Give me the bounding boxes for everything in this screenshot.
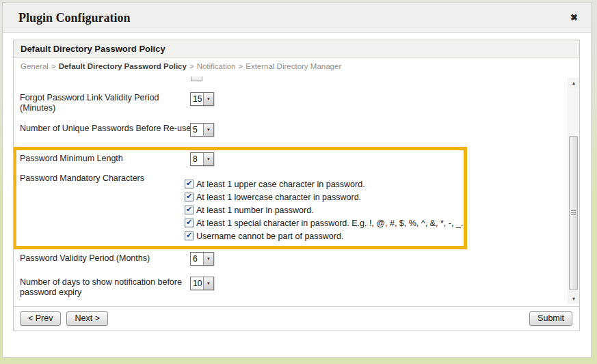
breadcrumb: General>Default Directory Password Polic… <box>14 58 579 76</box>
checkbox-checked[interactable]: ✔ <box>185 180 194 188</box>
field-label-password-mandatory-characters: Password Mandatory Characters <box>20 173 192 184</box>
select-value: 8 <box>191 153 203 165</box>
submit-button[interactable]: Submit <box>529 311 572 326</box>
field-label-password-validity-period: Password Validity Period (Months) <box>20 253 192 264</box>
vertical-scrollbar[interactable]: ▲ ▼ <box>568 78 579 304</box>
close-icon[interactable]: ✖ <box>570 12 578 23</box>
checkbox-option-username: ✔ Username cannot be part of password. <box>185 229 343 242</box>
chevron-down-icon[interactable]: ▼ <box>203 153 213 165</box>
breadcrumb-separator: > <box>51 62 56 70</box>
clipped-select-fragment <box>191 76 202 81</box>
panel-title: Default Directory Password Policy <box>14 40 579 58</box>
breadcrumb-item-general[interactable]: General <box>21 62 49 70</box>
chevron-down-icon[interactable]: ▼ <box>203 277 213 290</box>
checkbox-option-lowercase: ✔ At least 1 lowercase character in pass… <box>185 191 361 204</box>
select-value: 5 <box>191 124 203 136</box>
password-minimum-length-select[interactable]: 8 ▼ <box>190 152 214 166</box>
notification-days-select[interactable]: 10 ▼ <box>190 277 214 290</box>
checkbox-checked[interactable]: ✔ <box>185 219 194 227</box>
select-value: 10 <box>191 277 203 290</box>
chevron-down-icon[interactable]: ▼ <box>203 253 213 265</box>
breadcrumb-separator: > <box>239 62 243 70</box>
checkbox-label: At least 1 special character in password… <box>196 219 463 228</box>
forgot-password-validity-select[interactable]: 15 ▼ <box>190 92 214 106</box>
config-panel: Default Directory Password Policy Genera… <box>13 40 580 331</box>
scroll-down-button[interactable]: ▼ <box>568 294 579 304</box>
field-label-notification-days: Number of days to show notification befo… <box>20 277 192 298</box>
field-label-password-minimum-length: Password Minimum Length <box>20 154 192 164</box>
button-bar: < Prev Next > Submit <box>14 307 579 331</box>
field-label-unique-passwords: Number of Unique Passwords Before Re-use <box>20 124 192 134</box>
chevron-down-icon[interactable]: ▼ <box>203 124 213 136</box>
checkbox-checked[interactable]: ✔ <box>185 193 194 201</box>
unique-passwords-select[interactable]: 5 ▼ <box>190 123 214 137</box>
password-validity-period-select[interactable]: 6 ▼ <box>190 252 214 266</box>
field-label-forgot-password-validity: Forgot Password Link Validity Period (Mi… <box>20 93 192 113</box>
checkbox-label: At least 1 number in password. <box>196 206 314 215</box>
checkbox-checked[interactable]: ✔ <box>185 232 194 240</box>
plugin-configuration-dialog: Plugin Configuration ✖ Default Directory… <box>2 2 592 358</box>
checkbox-label: At least 1 upper case character in passw… <box>196 180 365 189</box>
checkbox-option-special-character: ✔ At least 1 special character in passwo… <box>185 216 463 229</box>
scroll-thumb-grip <box>571 210 576 216</box>
page-title: Plugin Configuration <box>3 3 591 33</box>
breadcrumb-item-external-directory-manager[interactable]: External Directory Manager <box>246 62 341 70</box>
check-icon: ✔ <box>186 206 192 213</box>
check-icon: ✔ <box>186 232 192 239</box>
check-icon: ✔ <box>186 193 192 200</box>
breadcrumb-separator: > <box>189 62 194 70</box>
checkbox-option-number: ✔ At least 1 number in password. <box>185 204 314 216</box>
dialog-header: Plugin Configuration ✖ <box>3 3 591 33</box>
checkbox-label: Username cannot be part of password. <box>196 232 343 241</box>
scroll-up-button[interactable]: ▲ <box>568 78 579 88</box>
form-scroll-area: Forgot Password Link Validity Period (Mi… <box>14 76 579 307</box>
check-icon: ✔ <box>186 180 192 187</box>
select-value: 6 <box>191 253 203 265</box>
scroll-thumb[interactable] <box>569 136 578 290</box>
checkbox-option-uppercase: ✔ At least 1 upper case character in pas… <box>185 178 365 191</box>
checkbox-checked[interactable]: ✔ <box>185 206 194 214</box>
breadcrumb-item-default-directory-password-policy[interactable]: Default Directory Password Policy <box>59 62 187 70</box>
breadcrumb-item-notification[interactable]: Notification <box>197 62 236 70</box>
checkbox-label: At least 1 lowercase character in passwo… <box>196 193 361 202</box>
scroll-down-icon: ▼ <box>572 296 576 301</box>
prev-button[interactable]: < Prev <box>20 311 61 326</box>
scroll-up-icon: ▲ <box>572 81 576 85</box>
select-value: 15 <box>191 93 203 105</box>
next-button[interactable]: Next > <box>66 311 107 326</box>
chevron-down-icon[interactable]: ▼ <box>203 93 213 105</box>
check-icon: ✔ <box>186 219 192 226</box>
